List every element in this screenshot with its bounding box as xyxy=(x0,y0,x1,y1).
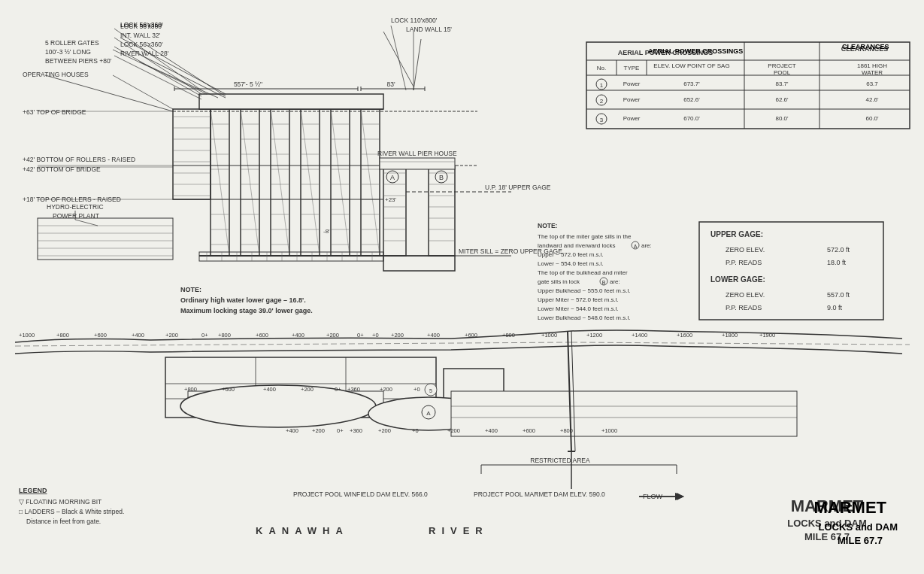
svg-text:are:: are: xyxy=(641,242,652,249)
svg-text:+42' BOTTOM OF ROLLERS - RAISE: +42' BOTTOM OF ROLLERS - RAISED xyxy=(23,156,135,163)
svg-text:+1000: +1000 xyxy=(541,332,557,339)
title-sub: LOCKS and DAM xyxy=(819,521,898,533)
svg-text:ZERO ELEV.: ZERO ELEV. xyxy=(726,291,765,299)
svg-text:5: 5 xyxy=(429,388,432,393)
svg-text:+63' TOP OF BRIDGE: +63' TOP OF BRIDGE xyxy=(23,108,86,116)
svg-text:Lower Bulkhead ~ 548.0 feet m.: Lower Bulkhead ~ 548.0 feet m.s.l. xyxy=(538,314,630,321)
svg-text:+1900: +1900 xyxy=(759,332,775,339)
svg-text:+360: +360 xyxy=(347,386,360,393)
svg-text:+800: +800 xyxy=(56,332,69,339)
svg-text:POWER PLANT: POWER PLANT xyxy=(53,212,99,220)
svg-text:80.0': 80.0' xyxy=(775,115,789,122)
svg-text:A: A xyxy=(426,410,431,417)
svg-text:+42' BOTTOM OF BRIDGE: +42' BOTTOM OF BRIDGE xyxy=(23,166,101,173)
svg-text:+360: +360 xyxy=(350,427,362,434)
svg-text:+400: +400 xyxy=(292,332,304,339)
svg-text:Lower Miter ~ 544.0 feet m.s.l: Lower Miter ~ 544.0 feet m.s.l. xyxy=(538,305,619,312)
svg-text:ZERO ELEV.: ZERO ELEV. xyxy=(726,246,765,254)
svg-text:▽  FLOATING MORRING BIT: ▽ FLOATING MORRING BIT xyxy=(19,498,101,506)
svg-text:□  LADDERS – Black & White str: □ LADDERS – Black & White striped. xyxy=(19,508,124,515)
svg-text:673.7': 673.7' xyxy=(683,80,700,87)
svg-text:TYPE: TYPE xyxy=(624,65,640,71)
svg-text:RIVER WALL PIER HOUSE: RIVER WALL PIER HOUSE xyxy=(377,150,457,157)
svg-text:+0: +0 xyxy=(372,332,379,339)
svg-text:42.6': 42.6' xyxy=(865,96,879,103)
svg-text:The top of the miter gate sill: The top of the miter gate sills in the xyxy=(538,233,632,240)
svg-text:+200: +200 xyxy=(391,332,404,339)
svg-text:+0: +0 xyxy=(412,427,419,434)
svg-text:+0: +0 xyxy=(414,386,420,393)
svg-text:+400: +400 xyxy=(427,332,440,339)
svg-text:+1000: +1000 xyxy=(19,332,35,339)
table-header-clearances: CLEARANCES xyxy=(842,43,889,50)
svg-text:RESTRICTED AREA: RESTRICTED AREA xyxy=(530,457,590,464)
svg-text:+800: +800 xyxy=(560,427,573,434)
svg-text:WATER: WATER xyxy=(862,69,883,76)
svg-text:+400: +400 xyxy=(485,427,498,434)
svg-text:Distance in feet from gate.: Distance in feet from gate. xyxy=(26,518,101,525)
svg-text:No.: No. xyxy=(597,65,606,71)
svg-text:UPPER GAGE:: UPPER GAGE: xyxy=(710,230,763,238)
title-main: MARMET xyxy=(813,498,886,518)
svg-text:LOCK  56'x360': LOCK 56'x360' xyxy=(120,41,163,48)
svg-text:83.7': 83.7' xyxy=(775,80,789,87)
svg-text:+1000: +1000 xyxy=(601,427,617,434)
svg-text:Upper ~ 572.0 feet m.s.l.: Upper ~ 572.0 feet m.s.l. xyxy=(538,251,604,258)
title-mile: MILE 67.7 xyxy=(838,535,883,546)
svg-text:gate sills in lock: gate sills in lock xyxy=(538,278,580,285)
lock-label-1: LOCK 56'x360' xyxy=(120,21,163,29)
svg-text:HYDRO-ELECTRIC: HYDRO-ELECTRIC xyxy=(47,203,104,211)
svg-text:+400: +400 xyxy=(263,386,276,393)
svg-text:0+: 0+ xyxy=(335,386,341,393)
svg-text:landward and riverward locks: landward and riverward locks xyxy=(538,242,616,249)
svg-text:18.0 ft: 18.0 ft xyxy=(827,259,847,266)
svg-text:9.0 ft: 9.0 ft xyxy=(827,304,843,311)
svg-text:LAND WALL 15': LAND WALL 15' xyxy=(406,26,452,33)
table-header-aerial: AERIAL POWER CROSSINGS xyxy=(648,47,743,55)
svg-text:+800: +800 xyxy=(502,332,515,339)
svg-text:Lower ~ 554.0 feet m.s.l.: Lower ~ 554.0 feet m.s.l. xyxy=(538,260,604,267)
svg-text:+23': +23' xyxy=(385,196,397,203)
svg-text:NOTE:: NOTE: xyxy=(538,222,558,229)
svg-text:LEGEND: LEGEND xyxy=(19,487,47,494)
svg-text:+800: +800 xyxy=(218,332,231,339)
svg-text:0+: 0+ xyxy=(337,427,344,434)
svg-text:+1600: +1600 xyxy=(677,332,692,339)
svg-text:B: B xyxy=(439,174,444,181)
svg-text:+1400: +1400 xyxy=(632,332,647,339)
svg-text:+600: +600 xyxy=(94,332,107,339)
svg-text:Upper Bulkhead ~ 555.0 feet m.: Upper Bulkhead ~ 555.0 feet m.s.l. xyxy=(538,287,630,294)
svg-text:1861 HIGH: 1861 HIGH xyxy=(857,62,887,69)
svg-text:+200: +200 xyxy=(312,427,325,434)
svg-text:U.P. 18' UPPER GAGE: U.P. 18' UPPER GAGE xyxy=(485,184,551,191)
svg-text:-8': -8' xyxy=(323,228,330,235)
svg-text:RIVER: RIVER xyxy=(429,525,489,536)
svg-text:INT. WALL 32': INT. WALL 32' xyxy=(120,32,161,39)
svg-text:PROJECT POOL WINFIELD DAM ELEV: PROJECT POOL WINFIELD DAM ELEV. 566.0 xyxy=(293,490,428,498)
svg-text:+18' TOP OF ROLLERS - RAISED: +18' TOP OF ROLLERS - RAISED xyxy=(23,196,121,203)
svg-text:A: A xyxy=(634,244,638,249)
svg-text:+1800: +1800 xyxy=(722,332,738,339)
svg-text:+800: +800 xyxy=(184,386,197,393)
svg-text:3: 3 xyxy=(600,117,604,123)
svg-text:LOWER GAGE:: LOWER GAGE: xyxy=(710,275,765,284)
svg-text:0+: 0+ xyxy=(357,332,364,339)
svg-text:+200: +200 xyxy=(326,332,339,339)
svg-text:5 ROLLER GATES: 5 ROLLER GATES xyxy=(45,39,99,47)
svg-text:Power: Power xyxy=(623,115,641,122)
svg-text:PROJECT: PROJECT xyxy=(768,62,795,69)
svg-text:557.0 ft: 557.0 ft xyxy=(827,291,850,299)
svg-text:670.0': 670.0' xyxy=(683,115,700,122)
svg-text:100'-3 ½' LONG: 100'-3 ½' LONG xyxy=(45,48,91,56)
svg-text:652.6': 652.6' xyxy=(683,96,700,103)
svg-text:+600: +600 xyxy=(222,386,235,393)
svg-text:KANAWHA: KANAWHA xyxy=(256,525,349,536)
svg-text:Upper Miter ~ 572.0 feet m.s.l: Upper Miter ~ 572.0 feet m.s.l. xyxy=(538,296,619,303)
svg-text:+1200: +1200 xyxy=(586,332,602,339)
svg-text:LOCK 110'x800': LOCK 110'x800' xyxy=(391,17,438,24)
svg-text:572.0 ft: 572.0 ft xyxy=(827,246,850,254)
svg-text:Ordinary high water lower gage: Ordinary high water lower gage – 16.8'. xyxy=(180,296,306,304)
svg-text:OPERATING HOUSES: OPERATING HOUSES xyxy=(23,71,89,78)
svg-text:The top of the bulkhead and mi: The top of the bulkhead and miter xyxy=(538,269,628,276)
svg-text:60.0': 60.0' xyxy=(865,115,879,122)
